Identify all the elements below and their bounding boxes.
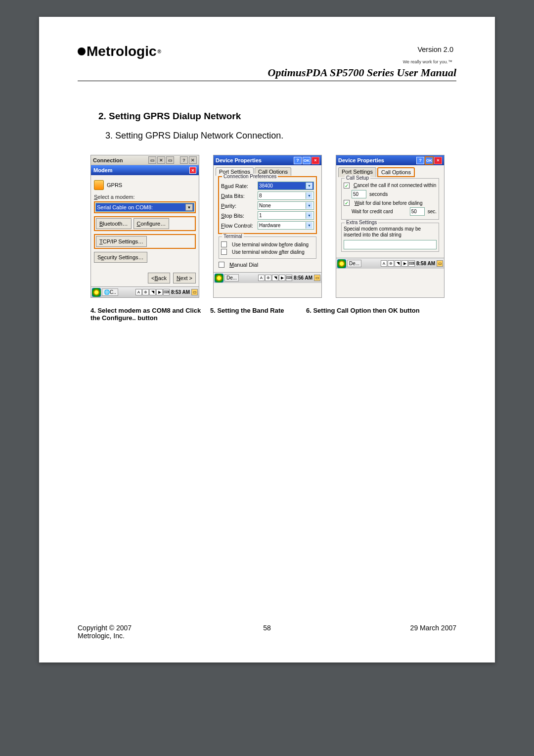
toolbar-icon[interactable]: ▭	[166, 156, 174, 164]
tray-time: 8:58 AM	[415, 261, 436, 266]
wait-credit-input[interactable]: 50	[410, 207, 425, 216]
fieldset-legend: Connection Preferences	[222, 174, 278, 179]
page-number: 58	[177, 624, 357, 640]
toolbar-icon[interactable]: ▭	[148, 156, 156, 164]
wait-dial-checkbox[interactable]: ✓	[344, 200, 350, 206]
seconds-label: seconds	[369, 191, 388, 197]
stopbits-select[interactable]: 1▼	[258, 211, 314, 220]
terminal-before-checkbox[interactable]	[221, 241, 227, 247]
baud-select[interactable]: 38400▼	[258, 182, 314, 190]
screenshot-port-settings: Device Properties ? OK × Port Settings C…	[213, 155, 322, 298]
tray-icon[interactable]: ⊕	[388, 260, 394, 267]
cancel-call-checkbox[interactable]: ✓	[344, 183, 350, 189]
tray-icon[interactable]: A	[381, 260, 387, 267]
configure-button[interactable]: Configure…	[134, 218, 170, 229]
taskbar: 🌐C.. A ⊕ ◥ ▶ ⌨ 8:53 AM ▭	[91, 286, 199, 297]
tray-icon[interactable]: A	[258, 275, 265, 281]
copyright-line1: Copyright © 2007	[78, 624, 177, 632]
tray-time: 8:56 AM	[293, 275, 313, 281]
chevron-down-icon[interactable]: ▼	[306, 212, 312, 219]
wait-credit-label: Wait for credit card	[352, 209, 407, 214]
parity-label: Parity:	[221, 203, 255, 209]
tray-icon[interactable]: ⌨	[163, 289, 170, 295]
ok-button[interactable]: OK	[303, 157, 311, 164]
caption-2: 5. Setting the Band Rate	[210, 307, 300, 322]
modem-select[interactable]: Serial Cable on COM8: ▼	[95, 203, 194, 212]
back-button[interactable]: < Back	[148, 273, 170, 284]
chevron-down-icon[interactable]: ▼	[185, 204, 193, 211]
tray-icon[interactable]: ▭	[437, 260, 443, 267]
start-icon[interactable]	[337, 259, 346, 268]
caption-3: 6. Setting Call Option then OK button	[306, 307, 454, 322]
chevron-down-icon[interactable]: ▼	[306, 192, 312, 199]
chevron-down-icon[interactable]: ▼	[306, 202, 312, 209]
extra-settings-fieldset: Extra Settings Special modem commands ma…	[341, 223, 439, 252]
tray-icon[interactable]: ◥	[149, 289, 156, 295]
help-icon[interactable]: ?	[294, 157, 302, 164]
help-icon[interactable]: ?	[180, 156, 188, 164]
tray-icon[interactable]: ▭	[314, 275, 320, 281]
taskbar-task[interactable]: De...	[347, 260, 361, 267]
logo-text: Metrologic	[87, 44, 157, 59]
titlebar-device-props: Device Properties ? OK ×	[214, 155, 321, 165]
terminal-fieldset: Terminal Use terminal window before dial…	[219, 236, 316, 259]
fieldset-legend: Terminal	[222, 234, 244, 239]
start-icon[interactable]	[92, 288, 101, 297]
manual-dial-checkbox[interactable]	[219, 262, 224, 268]
next-button[interactable]: Next >	[173, 273, 196, 284]
stopbits-label: Stop Bits:	[221, 213, 255, 219]
copyright-line2: Metrologic, Inc.	[78, 632, 177, 640]
ok-button[interactable]: OK	[425, 157, 433, 164]
tray-icon[interactable]: ▶	[401, 260, 408, 267]
close-icon[interactable]: ✕	[157, 156, 165, 164]
manual-title: OptimusPDA SP5700 Series User Manual	[78, 66, 456, 79]
close-window-icon[interactable]: ✕	[189, 156, 197, 164]
document-page: Version 2.0 Metrologic® We really work f…	[39, 17, 495, 662]
call-setup-fieldset: Call Setup ✓ Cancel the call if not conn…	[341, 178, 439, 220]
modem-subbar: Modem ×	[91, 165, 199, 175]
manual-dial-label: Manual Dial	[229, 262, 258, 268]
chevron-down-icon[interactable]: ▼	[306, 183, 312, 189]
taskbar: De... A ⊕ ◥ ▶ ⌨ 8:58 AM ▭	[336, 258, 444, 269]
close-icon[interactable]: ×	[312, 157, 319, 164]
caption-1: 4. Select modem as COM8 and Click the Co…	[90, 307, 204, 322]
version-text: Version 2.0	[417, 46, 453, 53]
page-footer: Copyright © 2007 Metrologic, Inc. 58 29 …	[78, 624, 456, 640]
cancel-seconds-input[interactable]: 50	[352, 190, 366, 198]
tab-call-options[interactable]: Call Options	[377, 167, 415, 177]
taskbar-task[interactable]: 🌐C..	[102, 288, 118, 296]
cancel-call-label: Cancel the call if not connected within	[354, 183, 436, 189]
tray-icon[interactable]: ⊕	[142, 289, 149, 295]
tray-icon[interactable]: ⊕	[265, 275, 271, 281]
tray-icon[interactable]: ▶	[156, 289, 163, 295]
taskbar: De... A ⊕ ◥ ▶ ⌨ 8:56 AM ▭	[214, 272, 321, 283]
modem-value: Serial Cable on COM8:	[97, 204, 153, 210]
titlebar-device-props: Device Properties ? OK ×	[336, 155, 444, 165]
tray-icon[interactable]: ◥	[272, 275, 278, 281]
databits-select[interactable]: 8▼	[258, 191, 314, 200]
parity-select[interactable]: None▼	[258, 201, 314, 210]
chevron-down-icon[interactable]: ▼	[306, 222, 312, 229]
fieldset-legend: Extra Settings	[345, 220, 378, 225]
close-icon[interactable]: ×	[189, 167, 196, 174]
tray-icon[interactable]: ▶	[279, 275, 285, 281]
help-icon[interactable]: ?	[416, 157, 424, 164]
extra-settings-input[interactable]	[344, 240, 437, 249]
terminal-before-label: Use terminal window before dialing	[232, 242, 309, 247]
tray-icon[interactable]: ⌨	[286, 275, 292, 281]
tray-icon[interactable]: A	[135, 289, 142, 295]
start-icon[interactable]	[215, 274, 223, 283]
flow-select[interactable]: Hardware▼	[258, 221, 314, 230]
close-icon[interactable]: ×	[434, 157, 442, 164]
flow-label: Flow Control:	[221, 223, 255, 229]
security-settings-button[interactable]: Security Settings…	[94, 252, 147, 263]
tray-icon[interactable]: ◥	[395, 260, 401, 267]
tcpip-settings-button[interactable]: TCP/IP Settings…	[96, 236, 147, 247]
window-title: Connection	[93, 157, 123, 163]
terminal-after-checkbox[interactable]	[221, 249, 227, 255]
tray-icon[interactable]: ⌨	[408, 260, 415, 267]
taskbar-task[interactable]: De...	[224, 274, 239, 282]
baud-label: Baud Rate:	[221, 183, 255, 189]
tray-icon[interactable]: ▭	[191, 289, 198, 295]
bluetooth-button[interactable]: Bluetooth…	[96, 218, 132, 229]
